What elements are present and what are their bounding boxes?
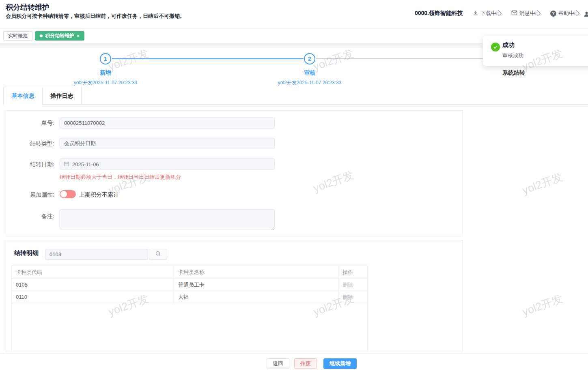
user-avatar-icon[interactable] [583,11,588,19]
download-center-label: 下载中心 [480,10,502,17]
step-connector-wait [316,58,507,59]
transfer-type-label: 结转类型: [6,140,54,148]
transfer-date-label: 结转日期: [6,161,54,168]
col-header-action: 操作 [338,266,367,279]
help-center-link[interactable]: ? 帮助中心 [550,10,579,17]
basic-info-panel: 单号: 结转类型: 结转日期: 2025-11-06 结转日期必须大于当日，结转… [6,110,463,236]
detail-heading: 结转明细 [14,249,39,257]
toast-message: 审核成功 [502,52,523,59]
search-icon [155,251,161,258]
page-subtitle: 会员积分可按卡种结转清零，审核后日结前，可作废任务，日结后不可撤销。 [6,13,185,20]
success-toast: 成功 审核成功 [483,36,588,66]
transfer-type-field [60,138,275,149]
tab-operation-log[interactable]: 操作日志 [42,87,82,105]
table-row: 0110 大福 删除 [12,291,367,303]
company-name: 0000.领锋智能科技 [415,10,463,17]
message-center-link[interactable]: 消息中心 [511,10,541,17]
toggle-knob [60,191,67,197]
step-2-number: 2 [308,56,311,62]
continue-add-button[interactable]: 继续新增 [323,358,357,369]
date-warning-text: 结转日期必须大于当日，结转日当日日结后更新积分 [60,174,181,181]
table-header-row: 卡种类代码 卡种类名称 操作 [12,266,367,279]
active-tab-dot-icon [40,34,43,37]
card-type-table: 卡种类代码 卡种类名称 操作 0105 普通员工卡 删除 0110 大福 删除 [11,266,368,352]
order-no-label: 单号: [6,120,54,127]
step-connector-done [112,58,304,59]
transfer-date-field: 2025-11-06 [60,159,275,170]
order-no-field [60,117,275,129]
watermark: yol2开发 [520,291,565,319]
tab-points-transfer[interactable]: 积分结转维护 × [35,31,84,41]
search-button[interactable] [149,249,167,260]
step-1-label: 新增 [65,69,146,77]
cell-card-code: 0110 [12,291,174,303]
delete-link: 删除 [338,291,367,303]
resize-grip-icon [270,225,274,232]
search-input[interactable] [45,249,148,260]
content-tabs-underline [3,104,588,105]
close-icon[interactable]: × [77,34,80,39]
tab-overview-label: 实时概览 [8,32,28,39]
cell-card-code: 0105 [12,279,174,291]
cell-card-name: 大福 [174,291,338,303]
top-navigation: 0000.领锋智能科技 下载中心 消息中心 ? 帮助中心 [415,10,579,17]
tab-realtime-overview[interactable]: 实时概览 [3,31,32,41]
step-1-number: 1 [104,56,107,62]
calendar-icon [64,161,69,168]
transfer-date-value: 2025-11-06 [72,161,99,167]
cell-card-name: 普通员工卡 [174,279,338,291]
download-icon [473,10,478,17]
remark-field [60,209,275,229]
delete-link: 删除 [338,279,367,291]
message-center-label: 消息中心 [519,10,541,17]
transfer-detail-panel: 结转明细 卡种类代码 卡种类名称 操作 0105 普通员工卡 删除 0110 大… [6,240,463,352]
tab-basic-info[interactable]: 基本信息 [3,87,43,105]
back-button[interactable]: 返回 [267,358,289,369]
step-2-label: 审核 [269,69,350,77]
col-header-card-name: 卡种类名称 [174,266,338,279]
tab-current-label: 积分结转维护 [45,32,74,39]
accumulate-label: 累加属性: [6,191,54,199]
help-icon: ? [550,11,556,17]
step-3-label: 系统结转 [473,69,554,77]
message-icon [511,10,517,17]
step-1-circle: 1 [100,53,111,64]
help-center-label: 帮助中心 [558,10,579,17]
col-header-card-code: 卡种类代码 [12,266,174,279]
download-center-link[interactable]: 下载中心 [473,10,502,17]
step-2-circle: 2 [304,53,315,64]
watermark: yol2开发 [520,169,565,197]
accumulate-toggle[interactable] [60,190,76,198]
table-row: 0105 普通员工卡 删除 [12,279,367,291]
page-title: 积分结转维护 [6,2,50,12]
toast-title: 成功 [502,41,515,49]
step-1-time: yol2开发2025-11-07 20:23:33 [49,79,162,86]
step-2-time: yol2开发2025-11-07 20:23:33 [253,79,366,86]
success-check-icon [491,43,500,51]
footer-action-bar: 返回 作废 继续新增 [0,353,588,375]
void-button[interactable]: 作废 [294,358,317,369]
remark-label: 备注: [6,213,54,220]
accumulate-toggle-text: 上期积分不累计 [79,191,119,199]
